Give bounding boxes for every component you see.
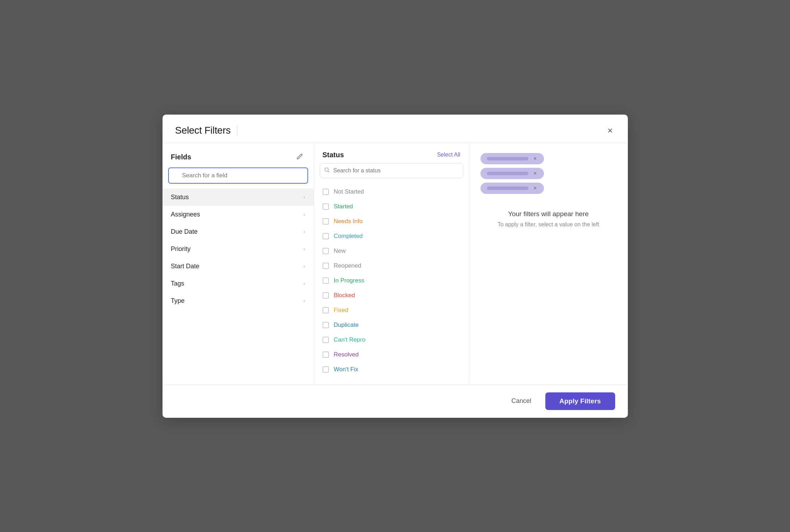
modal-overlay: Select Filters × Fields [0,0,790,532]
status-label-started: Started [334,203,353,210]
field-item-start-date[interactable]: Start Date › [163,258,314,275]
filter-chip-2: × [480,168,544,179]
status-item-blocked[interactable]: Blocked [314,288,469,303]
field-item-label: Status [171,194,189,201]
filter-chip-bar-3 [487,186,529,190]
status-panel-header: Status Select All [314,143,469,163]
filter-chips: × × × [480,153,617,194]
status-label-in-progress: In Progress [334,277,365,284]
field-search-wrap [163,167,314,189]
chevron-right-icon: › [304,263,305,269]
edit-fields-button[interactable] [294,151,305,163]
fields-panel-title: Fields [171,153,191,161]
status-item-fixed[interactable]: Fixed [314,303,469,318]
chevron-right-icon: › [304,194,305,200]
status-item-duplicate[interactable]: Duplicate [314,318,469,332]
filter-chip-bar-2 [487,172,529,175]
field-item-due-date[interactable]: Due Date › [163,223,314,240]
field-item-label: Type [171,297,185,305]
field-item-label: Start Date [171,263,200,270]
field-item-tags[interactable]: Tags › [163,275,314,292]
modal-title: Select Filters [175,125,231,136]
status-item-in-progress[interactable]: In Progress [314,273,469,288]
status-checkbox-not-started[interactable] [323,189,329,195]
field-item-label: Priority [171,245,191,253]
filter-chip-bar-1 [487,157,529,160]
field-item-assignees[interactable]: Assignees › [163,206,314,223]
chevron-right-icon: › [304,229,305,234]
status-checkbox-cant-repro[interactable] [323,337,329,343]
status-label-new: New [334,247,346,255]
status-label-not-started: Not Started [334,188,364,195]
status-checkbox-duplicate[interactable] [323,322,329,328]
filters-placeholder: Your filters will appear here To apply a… [480,210,617,228]
status-item-completed[interactable]: Completed [314,229,469,244]
status-checkbox-new[interactable] [323,248,329,254]
status-label-wont-fix: Won't Fix [334,366,359,373]
status-search-wrap [314,163,469,183]
filter-chip-close-2[interactable]: × [533,171,537,176]
field-item-label: Assignees [171,211,200,218]
status-checkbox-wont-fix[interactable] [323,366,329,373]
status-item-reopened[interactable]: Reopened [314,258,469,273]
status-label-reopened: Reopened [334,262,361,269]
status-list: Not Started Started Needs Info Completed [314,183,469,384]
modal-footer: Cancel Apply Filters [163,384,628,418]
chevron-right-icon: › [304,246,305,252]
modal-header: Select Filters × [163,115,628,143]
field-item-label: Due Date [171,228,198,236]
status-item-cant-repro[interactable]: Can't Repro [314,332,469,347]
field-item-type[interactable]: Type › [163,292,314,310]
chevron-right-icon: › [304,298,305,304]
filters-placeholder-sub: To apply a filter, select a value on the… [480,221,617,228]
filter-chip-close-1[interactable]: × [533,156,537,161]
status-checkbox-blocked[interactable] [323,292,329,299]
status-label-fixed: Fixed [334,307,349,314]
select-filters-modal: Select Filters × Fields [163,115,628,418]
status-panel: Status Select All [314,143,469,384]
status-item-new[interactable]: New [314,244,469,258]
edit-icon [296,153,303,161]
status-label-needs-info: Needs Info [334,218,363,225]
filters-panel: × × × Your filters will appear here To a… [469,143,628,384]
status-checkbox-started[interactable] [323,203,329,210]
field-search-input[interactable] [168,167,308,184]
field-item-label: Tags [171,280,184,287]
status-checkbox-in-progress[interactable] [323,277,329,284]
fields-panel-header: Fields [163,143,314,167]
status-search-container [320,163,463,178]
status-checkbox-fixed[interactable] [323,307,329,313]
filters-placeholder-title: Your filters will appear here [480,210,617,218]
status-panel-title: Status [323,151,344,159]
field-item-priority[interactable]: Priority › [163,240,314,258]
status-label-blocked: Blocked [334,292,355,299]
modal-body: Fields [163,143,628,384]
status-checkbox-resolved[interactable] [323,351,329,358]
status-item-not-started[interactable]: Not Started [314,184,469,199]
status-search-input[interactable] [320,163,463,178]
status-checkbox-needs-info[interactable] [323,218,329,225]
filter-chip-close-3[interactable]: × [533,185,537,191]
status-label-cant-repro: Can't Repro [334,336,366,343]
header-divider [237,125,237,136]
status-item-needs-info[interactable]: Needs Info [314,214,469,229]
field-item-status[interactable]: Status › [163,189,314,206]
close-button[interactable]: × [605,124,615,136]
select-all-button[interactable]: Select All [437,152,460,158]
status-label-duplicate: Duplicate [334,322,359,329]
status-item-resolved[interactable]: Resolved [314,347,469,362]
status-checkbox-completed[interactable] [323,233,329,239]
apply-filters-button[interactable]: Apply Filters [545,392,615,410]
filter-chip-1: × [480,153,544,164]
status-label-resolved: Resolved [334,351,359,358]
status-item-started[interactable]: Started [314,199,469,214]
fields-panel: Fields [163,143,314,384]
status-checkbox-reopened[interactable] [323,263,329,269]
status-item-wont-fix[interactable]: Won't Fix [314,362,469,377]
filter-chip-3: × [480,183,544,194]
fields-list: Status › Assignees › Due Date › Priority… [163,189,314,384]
cancel-button[interactable]: Cancel [504,393,539,409]
chevron-right-icon: › [304,212,305,217]
field-search-container [168,167,308,184]
chevron-right-icon: › [304,281,305,286]
